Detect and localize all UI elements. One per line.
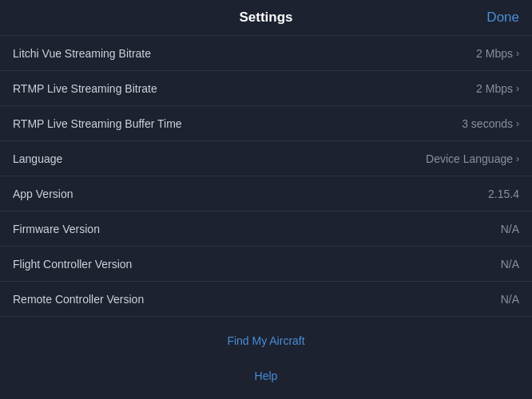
setting-row-litchi-vue-streaming-bitrate[interactable]: Litchi Vue Streaming Bitrate 2 Mbps ›	[0, 36, 532, 71]
done-button[interactable]: Done	[486, 10, 519, 26]
action-label: Find My Aircraft	[227, 334, 304, 347]
setting-label: App Version	[13, 188, 73, 200]
setting-label: RTMP Live Streaming Bitrate	[13, 82, 157, 95]
chevron-icon: ›	[516, 153, 519, 164]
setting-value: N/A	[501, 223, 519, 235]
setting-row-rtmp-live-streaming-bitrate[interactable]: RTMP Live Streaming Bitrate 2 Mbps ›	[0, 71, 532, 106]
setting-value: 2 Mbps ›	[476, 82, 519, 95]
setting-label: Firmware Version	[13, 223, 100, 235]
setting-row-language[interactable]: Language Device Language ›	[0, 141, 532, 176]
setting-value: 3 seconds ›	[462, 117, 519, 130]
action-label: Help	[255, 369, 278, 382]
setting-value: N/A	[501, 293, 519, 306]
chevron-icon: ›	[516, 83, 519, 94]
header: Settings Done	[0, 0, 532, 36]
setting-value: 2 Mbps ›	[476, 47, 519, 60]
setting-row-app-version: App Version 2.15.4	[0, 176, 532, 211]
setting-value: Device Language ›	[426, 152, 519, 165]
setting-row-flight-controller-version: Flight Controller Version N/A	[0, 247, 532, 282]
setting-value: N/A	[501, 258, 519, 271]
chevron-icon: ›	[516, 118, 519, 129]
setting-row-remote-controller-version: Remote Controller Version N/A	[0, 282, 532, 317]
action-section: Find My Aircraft Help Reset All Settings…	[0, 317, 532, 399]
setting-label: Language	[13, 152, 62, 165]
find-my-aircraft-button[interactable]: Find My Aircraft	[0, 323, 532, 358]
setting-value: 2.15.4	[488, 188, 519, 200]
chevron-icon: ›	[516, 48, 519, 59]
page-title: Settings	[239, 10, 292, 26]
setting-label: RTMP Live Streaming Buffer Time	[13, 117, 182, 130]
setting-row-rtmp-live-streaming-buffer-time[interactable]: RTMP Live Streaming Buffer Time 3 second…	[0, 106, 532, 141]
settings-screen: Settings Done Litchi Vue Streaming Bitra…	[0, 0, 532, 399]
setting-label: Flight Controller Version	[13, 258, 132, 271]
help-button[interactable]: Help	[0, 358, 532, 393]
setting-label: Litchi Vue Streaming Bitrate	[13, 47, 151, 60]
settings-list: Litchi Vue Streaming Bitrate 2 Mbps › RT…	[0, 36, 532, 317]
setting-label: Remote Controller Version	[13, 293, 144, 306]
setting-row-firmware-version: Firmware Version N/A	[0, 211, 532, 247]
reset-all-settings-button[interactable]: Reset All Settings	[0, 393, 532, 399]
